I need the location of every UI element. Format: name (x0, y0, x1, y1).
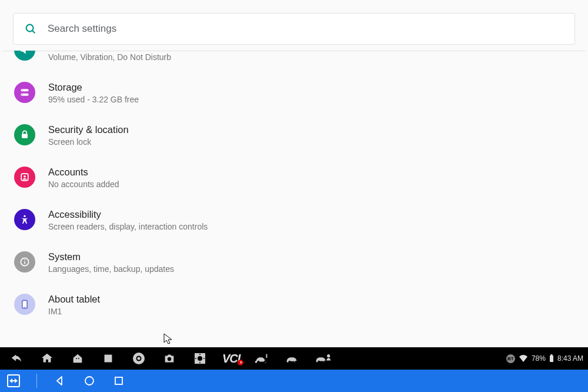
svg-point-5 (22, 94, 23, 95)
svg-rect-6 (22, 134, 28, 138)
settings-item-title: Security & location (48, 123, 129, 136)
settings-item-subtitle: Languages, time, backup, updates (48, 264, 174, 274)
accessibility-icon (14, 209, 35, 230)
svg-point-14 (24, 307, 25, 308)
svg-point-35 (327, 354, 330, 357)
svg-point-12 (24, 260, 25, 261)
car-person-icon[interactable] (315, 352, 332, 365)
status-bar: BT 78% 8:43 AM (506, 354, 583, 363)
svg-point-0 (26, 25, 34, 32)
settings-item-about[interactable]: About tablet IM1 (2, 283, 586, 325)
home-icon[interactable] (39, 352, 55, 365)
svg-point-16 (78, 358, 79, 359)
car-key-icon[interactable] (254, 352, 270, 365)
svg-point-29 (264, 361, 266, 363)
nav-home-icon[interactable] (83, 376, 96, 386)
settings-item-security[interactable]: Security & location Screen lock (2, 114, 586, 156)
storage-icon (14, 82, 35, 103)
wifi-icon (519, 354, 528, 363)
svg-point-28 (258, 361, 260, 363)
settings-item-subtitle: Screen readers, display, interaction con… (48, 222, 208, 231)
settings-item-title: Accounts (48, 165, 119, 178)
svg-point-8 (24, 175, 26, 178)
settings-item-title: System (48, 250, 174, 263)
svg-point-9 (24, 215, 25, 217)
vci-status-icon[interactable]: VCI× (222, 352, 240, 366)
svg-rect-30 (266, 354, 268, 358)
lock-icon (14, 124, 35, 145)
svg-point-20 (138, 357, 141, 360)
search-settings-field[interactable] (13, 13, 575, 45)
svg-point-33 (318, 361, 320, 363)
info-icon (14, 251, 35, 273)
separator (36, 374, 37, 388)
settings-item-subtitle: IM1 (48, 307, 100, 316)
svg-rect-37 (550, 354, 552, 356)
svg-rect-36 (550, 356, 553, 362)
svg-point-34 (324, 361, 326, 363)
settings-item-storage[interactable]: Storage 95% used - 3.22 GB free (2, 71, 586, 114)
settings-item-subtitle: Volume, Vibration, Do Not Disturb (48, 52, 171, 62)
svg-rect-39 (115, 377, 122, 384)
sound-icon (14, 51, 35, 61)
search-icon (24, 22, 41, 35)
settings-item-accounts[interactable]: Accounts No accounts added (2, 156, 586, 198)
settings-list: Sound Volume, Vibration, Do Not Disturb … (2, 51, 586, 325)
settings-item-subtitle: 95% used - 3.22 GB free (48, 95, 139, 104)
svg-point-21 (168, 357, 171, 361)
svg-rect-17 (105, 355, 112, 363)
svg-line-1 (32, 31, 35, 33)
svg-point-4 (22, 89, 23, 91)
settings-item-accessibility[interactable]: Accessibility Screen readers, display, i… (2, 198, 586, 241)
vci-error-badge: × (238, 360, 243, 366)
stop-icon[interactable] (100, 352, 116, 365)
system-navbar (0, 370, 588, 392)
reply-icon[interactable] (8, 352, 25, 365)
battery-icon (549, 354, 554, 363)
bluetooth-badge-icon: BT (506, 354, 515, 363)
camera-icon[interactable] (161, 352, 178, 365)
teamviewer-icon[interactable] (7, 374, 20, 387)
app-taskbar: VCI× BT 78% 8:43 AM (0, 347, 588, 370)
svg-point-15 (76, 358, 77, 359)
battery-percent: 78% (532, 354, 546, 363)
settings-item-title: Storage (48, 81, 139, 94)
mouse-cursor-icon (163, 333, 173, 345)
car-icon[interactable] (285, 352, 301, 365)
svg-point-32 (295, 361, 298, 363)
nav-back-icon[interactable] (54, 376, 66, 386)
search-input[interactable] (48, 23, 564, 35)
status-clock: 8:43 AM (557, 354, 583, 363)
accounts-icon (14, 167, 35, 188)
settings-item-title: Accessibility (48, 208, 208, 221)
nav-recents-icon[interactable] (112, 376, 125, 386)
svg-point-31 (289, 361, 291, 363)
settings-item-title: About tablet (48, 293, 100, 305)
svg-point-23 (198, 356, 202, 361)
settings-item-subtitle: Screen lock (48, 137, 129, 147)
android-home-icon[interactable] (69, 352, 86, 365)
settings-item-subtitle: No accounts added (48, 180, 119, 189)
settings-item-sound[interactable]: Sound Volume, Vibration, Do Not Disturb (2, 51, 586, 71)
svg-point-38 (85, 377, 93, 385)
settings-item-system[interactable]: System Languages, time, backup, updates (2, 241, 586, 283)
tablet-icon (14, 294, 35, 315)
settings-item-title: Sound (48, 51, 171, 51)
chrome-icon[interactable] (131, 351, 147, 366)
brightness-icon[interactable] (192, 351, 208, 366)
